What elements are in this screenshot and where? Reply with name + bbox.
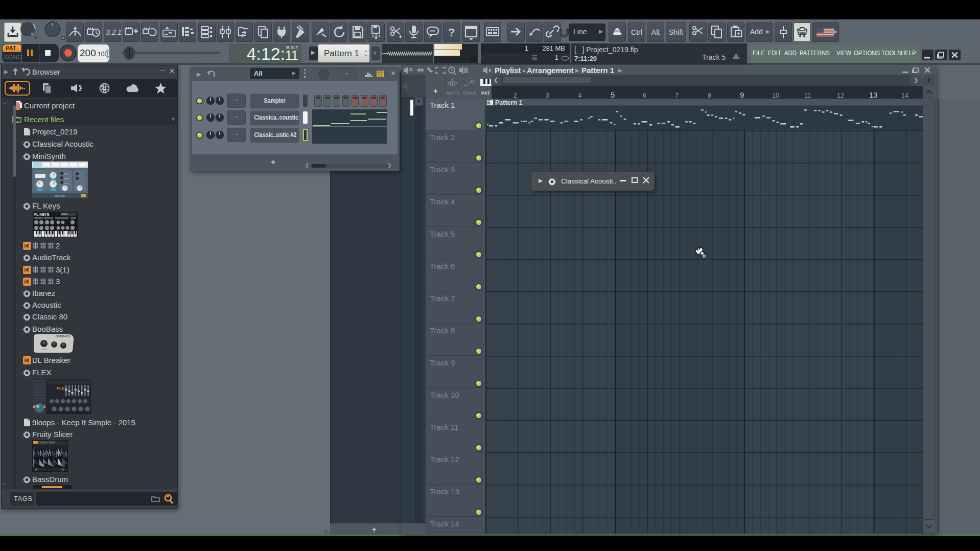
svg-text:BOOBASS: BOOBASS	[56, 335, 70, 338]
svg-text:Leg: Leg	[64, 182, 68, 185]
svg-text:Alt: Alt	[651, 28, 660, 36]
svg-text:?: ?	[448, 26, 455, 39]
svg-text:FL KEYS: FL KEYS	[34, 213, 50, 216]
svg-text:Saw Wave: Saw Wave	[55, 195, 66, 197]
svg-text:PAT: PAT	[481, 90, 491, 96]
svg-text:Mono: Mono	[64, 177, 70, 180]
svg-text:Ctrl: Ctrl	[631, 28, 642, 36]
svg-text:CHAN: CHAN	[463, 90, 477, 96]
svg-text:Poly: Poly	[64, 173, 68, 175]
svg-text:BASS: BASS	[42, 348, 48, 351]
svg-text:NOTE: NOTE	[447, 90, 460, 96]
svg-text:3.2.1: 3.2.1	[106, 28, 122, 36]
svg-text:Shift: Shift	[669, 28, 683, 36]
